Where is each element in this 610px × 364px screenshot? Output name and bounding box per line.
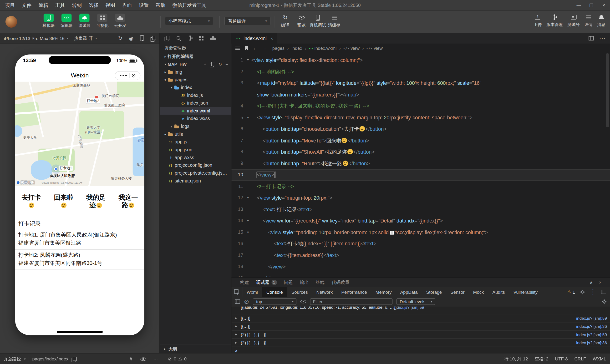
more-icon[interactable] — [120, 75, 127, 77]
console-prompt[interactable]: > — [231, 347, 610, 353]
tree-item[interactable]: {}project.private.config.js… — [160, 169, 231, 177]
code-editor[interactable]: 1▾<view style="display: flex;flex-direct… — [231, 53, 610, 277]
inspect-icon[interactable] — [234, 289, 239, 294]
eye-icon[interactable] — [300, 300, 306, 303]
maximize-button[interactable]: ☐ — [585, 0, 597, 11]
dock-side-icon[interactable] — [601, 290, 606, 294]
menu-item[interactable]: 选择 — [85, 0, 102, 11]
tree-item[interactable]: {}project.config.json — [160, 161, 231, 169]
menu-item[interactable]: 项目 — [2, 0, 18, 11]
outline-icon[interactable] — [235, 46, 240, 50]
menu-item[interactable]: 文件 — [18, 0, 35, 11]
tree-item[interactable]: #index.wxss — [160, 115, 231, 123]
clear-cache-button[interactable]: 清缓存 — [326, 13, 342, 28]
upload-button[interactable]: 上传 — [533, 13, 542, 28]
tree-item[interactable]: ▸utils — [160, 130, 231, 138]
devtools-tab-wxml[interactable]: Wxml — [242, 287, 262, 297]
toolbar-cloud-button[interactable]: 云开发 — [111, 13, 129, 28]
devtools-tab-network[interactable]: Network — [312, 287, 337, 297]
phone-action-button[interactable]: 回来啦 — [47, 193, 80, 209]
menu-item[interactable]: 编辑 — [35, 0, 52, 11]
compile-mode-select[interactable]: 普通编译 ▾ — [224, 17, 271, 25]
toolbar-editor-button[interactable]: </>编辑器 — [58, 13, 76, 28]
tree-item[interactable]: {}sitemap.json — [160, 177, 231, 185]
menu-item[interactable]: 帮助 — [152, 0, 169, 11]
minimize-button[interactable]: — — [572, 0, 585, 11]
collapse-panel-icon[interactable]: ∧ — [589, 280, 593, 285]
panel-tab[interactable]: 构建 — [240, 279, 249, 285]
tree-item[interactable]: ▸img — [160, 68, 231, 76]
devtools-tab-console[interactable]: Console — [262, 287, 287, 297]
warning-badge[interactable]: ⚠ 1 — [567, 289, 575, 294]
remote-debug-button[interactable]: 真机调试 — [310, 13, 326, 28]
devtools-tab-vulnerability[interactable]: Vulnerability — [509, 287, 542, 297]
hot-reload-toggle[interactable]: 热重载 开 — [74, 36, 93, 41]
expand-triangle-icon[interactable]: ▶ — [235, 339, 237, 347]
language-mode[interactable]: WXML — [593, 357, 606, 361]
new-file-icon[interactable]: + — [204, 62, 206, 67]
home-capsule-icon[interactable] — [132, 74, 135, 78]
encoding[interactable]: UTF-8 — [555, 357, 568, 361]
console-log-row[interactable]: ▶(2) [{…}, {…}]index.js? [sm]:36 — [231, 339, 610, 347]
close-icon[interactable]: × — [271, 36, 273, 41]
phone-action-button[interactable]: 我这一路 — [112, 193, 144, 209]
close-panel-icon[interactable]: × — [599, 280, 602, 285]
console-sidebar-icon[interactable] — [235, 299, 240, 304]
menu-item[interactable]: 工具 — [52, 0, 68, 11]
cloud-icon[interactable] — [210, 36, 216, 40]
multi-screen-icon[interactable] — [151, 36, 156, 41]
map-view[interactable]: 腾讯地图 ©2025 Tencent - GS粤(2023)1171号 永鑫隆商… — [15, 82, 144, 186]
explorer-files-icon[interactable] — [165, 36, 170, 40]
panel-tab[interactable]: 调试器1 — [256, 279, 277, 285]
outline-section[interactable]: ▸ 大纲 — [160, 345, 231, 353]
fold-icon[interactable]: ▾ — [245, 227, 251, 238]
cursor-position[interactable]: 行 10, 列 12 — [504, 356, 528, 362]
forward-icon[interactable]: → — [262, 46, 267, 51]
search-icon[interactable] — [176, 36, 181, 40]
menu-item[interactable]: 转到 — [68, 0, 85, 11]
panel-tab[interactable]: 问题 — [284, 279, 293, 285]
menu-item[interactable]: 界面 — [119, 0, 135, 11]
bookmark-icon[interactable] — [245, 46, 248, 51]
fold-icon[interactable]: ▾ — [245, 112, 251, 123]
devtools-tab-storage[interactable]: Storage — [422, 287, 446, 297]
console-log-row[interactable]: ▶(2) [{…}, {…}]index.js? [sm]:59 — [231, 331, 610, 339]
devtools-tab-mock[interactable]: Mock — [469, 287, 488, 297]
panel-tab[interactable]: 终端 — [316, 279, 325, 285]
kebab-menu-icon[interactable]: ⋮ — [590, 288, 596, 296]
close-button[interactable]: × — [597, 0, 610, 11]
record-item[interactable]: 打卡地1: 厦门市集美区人民政府(银江路东)福建省厦门市集美区银江路 — [15, 229, 144, 250]
mode-select[interactable]: 小程序模式 ▾ — [165, 17, 213, 25]
source-link[interactable]: index.js? [sm]:36 — [576, 322, 607, 330]
expand-triangle-icon[interactable]: ▶ — [235, 331, 237, 338]
extensions-icon[interactable] — [199, 36, 204, 40]
console-settings-icon[interactable] — [602, 299, 607, 304]
source-link[interactable]: index.js? [sm]:59 — [576, 331, 607, 338]
more-icon[interactable]: ⋯ — [599, 35, 605, 42]
menu-item[interactable]: 视图 — [102, 0, 119, 11]
tree-item[interactable]: JSapp.js — [160, 138, 231, 146]
record-icon[interactable]: ◉ — [129, 36, 133, 41]
tree-item[interactable]: {}app.json — [160, 146, 231, 154]
tree-item[interactable]: ▾index — [160, 84, 231, 91]
source-link[interactable]: index.js? [sm]:36 — [576, 339, 607, 347]
breadcrumb-item[interactable]: pages — [272, 46, 285, 51]
devtools-tab-appdata[interactable]: AppData — [396, 287, 422, 297]
split-editor-icon[interactable] — [589, 36, 594, 40]
breadcrumb-item[interactable]: index — [291, 46, 302, 51]
expand-triangle-icon[interactable]: ▶ — [235, 322, 237, 330]
source-link[interactable]: index.js? [sm]:59 — [393, 307, 424, 310]
phone-action-button[interactable]: 去打卡 — [15, 193, 48, 209]
menu-item[interactable]: 设置 — [135, 0, 152, 11]
console-log-row[interactable]: ▶[{…}]index.js? [sm]:59 — [231, 314, 610, 322]
devtools-tab-sources[interactable]: Sources — [287, 287, 312, 297]
phone-action-button[interactable]: 我的足迹 — [80, 193, 112, 209]
tree-item[interactable]: #app.wxss — [160, 154, 231, 161]
context-select[interactable]: top ▾ — [253, 298, 297, 305]
indent-setting[interactable]: 空格: 2 — [534, 356, 548, 362]
collapse-all-icon[interactable]: − — [225, 62, 228, 67]
more-icon[interactable]: ⋯ — [154, 356, 158, 362]
devtools-tab-performance[interactable]: Performance — [337, 287, 371, 297]
console-filter-input[interactable] — [310, 298, 393, 305]
more-icon[interactable]: ⋯ — [222, 45, 226, 50]
